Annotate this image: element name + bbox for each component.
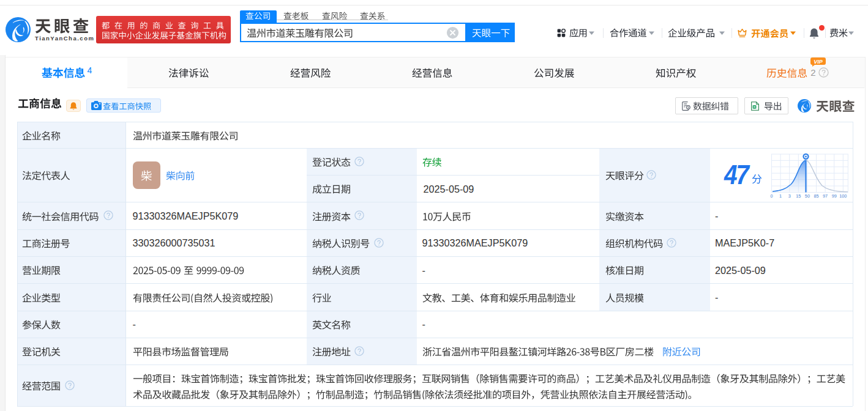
svg-text:50: 50 xyxy=(805,193,810,199)
svg-text:99: 99 xyxy=(832,193,837,199)
svg-text:85: 85 xyxy=(814,193,818,199)
svg-text:15: 15 xyxy=(796,193,801,199)
svg-text:97: 97 xyxy=(823,193,828,199)
svg-text:1: 1 xyxy=(779,193,782,199)
svg-text:0: 0 xyxy=(770,193,773,199)
svg-text:3: 3 xyxy=(788,193,791,199)
svg-text:100: 100 xyxy=(839,193,847,199)
svg-text:VIP: VIP xyxy=(814,58,823,64)
